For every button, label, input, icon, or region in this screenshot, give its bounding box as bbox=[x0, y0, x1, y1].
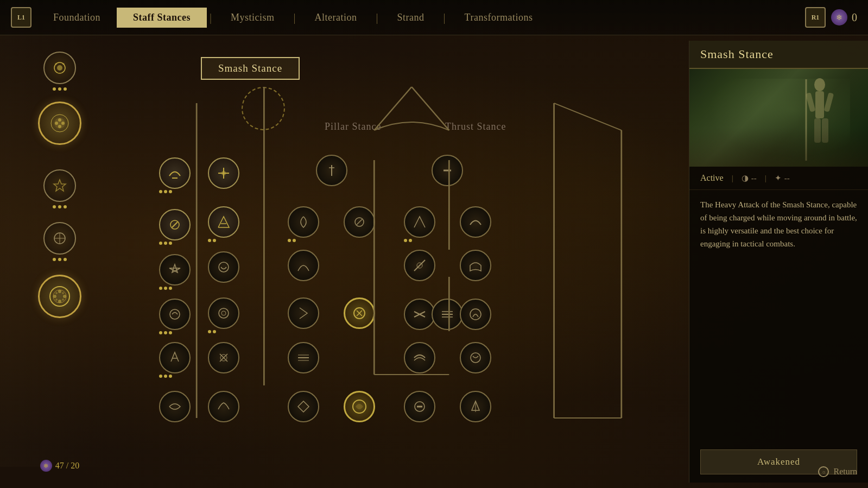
svg-line-50 bbox=[357, 219, 362, 225]
status-dash-2: -- bbox=[784, 174, 790, 183]
svg-point-9 bbox=[58, 125, 61, 128]
skill-node-thrust-center[interactable] bbox=[432, 299, 463, 330]
skill-node-smash-l6[interactable] bbox=[159, 391, 191, 422]
skill-node-pillar-r2[interactable] bbox=[344, 297, 375, 329]
dots-l5 bbox=[159, 375, 172, 378]
nav-item-mysticism[interactable]: Mysticism bbox=[214, 8, 291, 28]
nav-item-strand[interactable]: Strand bbox=[381, 8, 441, 28]
currency-bottom: ❄ 47 / 20 bbox=[40, 460, 79, 472]
main-content: ❄ 47 / 20 bbox=[0, 35, 868, 488]
nav-btn-left[interactable]: L1 bbox=[11, 7, 31, 28]
skill-node-pillar-l2[interactable] bbox=[288, 250, 319, 281]
char-node-wrapper-1 bbox=[43, 52, 76, 91]
nav-item-staff-stances[interactable]: Staff Stances bbox=[117, 8, 207, 28]
skill-node-smash-l5[interactable] bbox=[159, 342, 191, 373]
dot bbox=[58, 205, 61, 208]
dots-thrust-l1 bbox=[404, 239, 412, 242]
skill-node-thrust-l2[interactable] bbox=[404, 250, 435, 281]
skill-node-thrust-r1[interactable] bbox=[460, 206, 491, 238]
skill-node-pillar-l4[interactable] bbox=[288, 342, 319, 373]
nav-item-alteration[interactable]: Alteration bbox=[299, 8, 373, 28]
svg-point-45 bbox=[221, 311, 226, 315]
skill-node-smash-r4[interactable] bbox=[208, 297, 239, 329]
skill-node-thrust-l5[interactable] bbox=[404, 391, 435, 422]
skill-node-thrust-r3[interactable] bbox=[460, 299, 491, 330]
dot bbox=[53, 87, 56, 91]
currency-count: 0 bbox=[852, 11, 857, 24]
pillar-stance-label: Pillar Stance bbox=[308, 117, 397, 145]
status-sep-2: | bbox=[765, 174, 766, 183]
nav-separator-2: | bbox=[291, 11, 299, 24]
nav-separator-3: | bbox=[373, 11, 381, 24]
skill-node-pillar-l1[interactable] bbox=[288, 206, 319, 238]
skill-node-thrust-top[interactable] bbox=[432, 155, 463, 186]
skill-node-pillar-special-bottom[interactable] bbox=[344, 391, 375, 422]
status-active: Active bbox=[700, 173, 724, 183]
nav-item-transformations[interactable]: Transformations bbox=[448, 8, 549, 28]
pillar-stance-header[interactable]: Pillar Stance bbox=[308, 117, 397, 137]
char-orb-2[interactable] bbox=[38, 275, 81, 318]
dot bbox=[53, 258, 56, 261]
svg-point-21 bbox=[55, 299, 58, 301]
svg-line-33 bbox=[554, 103, 622, 130]
skill-node-thrust-l3[interactable] bbox=[404, 299, 435, 330]
nav-item-foundation[interactable]: Foundation bbox=[37, 8, 117, 28]
skill-node-thrust-r4[interactable] bbox=[460, 342, 491, 373]
char-node-3[interactable] bbox=[43, 222, 76, 255]
star-icon: ✦ bbox=[775, 173, 782, 183]
skill-node-smash-l1[interactable] bbox=[159, 157, 191, 189]
smash-selection-circle bbox=[242, 87, 285, 130]
skill-node-thrust-r2[interactable] bbox=[460, 250, 491, 281]
skill-node-thrust-l1[interactable] bbox=[404, 206, 435, 238]
char-orb-1[interactable] bbox=[38, 102, 81, 145]
nav-items: Foundation Staff Stances | Mysticism | A… bbox=[37, 8, 805, 28]
char-node-2[interactable] bbox=[43, 169, 76, 202]
dot bbox=[64, 205, 67, 208]
svg-point-8 bbox=[58, 118, 61, 122]
svg-point-16 bbox=[63, 295, 66, 298]
char-node-wrapper-2 bbox=[43, 169, 76, 208]
dots-l2 bbox=[159, 242, 172, 245]
skill-node-smash-r5[interactable] bbox=[208, 342, 239, 373]
nav-btn-right[interactable]: R1 bbox=[805, 7, 826, 28]
svg-point-7 bbox=[61, 122, 65, 125]
skill-node-pillar-r1[interactable] bbox=[344, 206, 375, 238]
skill-node-smash-r2[interactable] bbox=[208, 206, 239, 238]
skill-node-smash-r3[interactable] bbox=[208, 251, 239, 283]
skill-node-smash-l3[interactable] bbox=[159, 254, 191, 286]
svg-point-41 bbox=[221, 171, 226, 175]
status-star-group: ✦ -- bbox=[775, 173, 790, 183]
dots-r2 bbox=[208, 239, 216, 242]
moon-icon: ◑ bbox=[742, 173, 749, 183]
dots-1 bbox=[53, 87, 67, 91]
skill-node-pillar-l3[interactable] bbox=[288, 297, 319, 329]
skill-node-smash-l4[interactable] bbox=[159, 299, 191, 330]
dots-l4 bbox=[159, 331, 172, 334]
skill-node-smash-r1[interactable] bbox=[208, 157, 239, 189]
left-sidebar: ❄ 47 / 20 bbox=[0, 41, 119, 483]
return-button[interactable]: ○ Return bbox=[818, 466, 857, 477]
skill-node-smash-l2[interactable] bbox=[159, 209, 191, 240]
dot bbox=[53, 205, 56, 208]
dot bbox=[58, 87, 61, 91]
dots-pillar-l1 bbox=[288, 239, 296, 242]
navigation-bar: L1 Foundation Staff Stances | Mysticism … bbox=[0, 0, 868, 35]
skill-node-smash-r6[interactable] bbox=[208, 391, 239, 422]
currency-value: 47 / 20 bbox=[55, 461, 79, 471]
return-label: Return bbox=[833, 467, 857, 477]
skill-tree-area: Smash Stance bbox=[119, 41, 689, 483]
thrust-stance-header[interactable]: Thrust Stance bbox=[429, 117, 522, 137]
smash-stance-header[interactable]: Smash Stance bbox=[201, 57, 300, 80]
svg-rect-68 bbox=[815, 91, 824, 118]
dots-l1 bbox=[159, 190, 172, 193]
skill-node-thrust-l4[interactable] bbox=[404, 342, 435, 373]
dots-r4 bbox=[208, 330, 216, 333]
dots-3 bbox=[53, 258, 67, 261]
char-node-1[interactable] bbox=[43, 52, 76, 84]
skill-node-pillar-bottom[interactable] bbox=[288, 391, 319, 422]
dot bbox=[64, 258, 67, 261]
skill-node-thrust-r5[interactable] bbox=[460, 391, 491, 422]
skill-node-pillar-top[interactable] bbox=[316, 155, 347, 186]
svg-point-3 bbox=[62, 63, 65, 65]
panel-title: Smash Stance bbox=[689, 41, 868, 69]
